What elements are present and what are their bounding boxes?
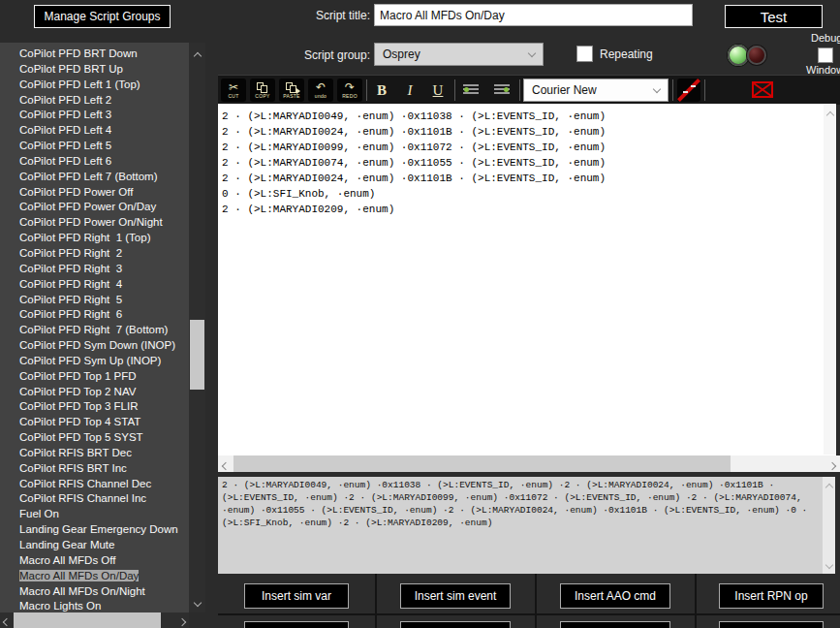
manage-script-groups-button[interactable]: Manage Script Groups <box>34 5 171 28</box>
script-list-item[interactable]: Landing Gear Mute <box>0 538 189 553</box>
divider <box>375 574 377 628</box>
editor-line: 2 · (>L:MARYADI0099, ·enum) ·0x11072 · (… <box>222 140 836 155</box>
insert-sim-event-button[interactable]: Insert sim event <box>400 583 511 609</box>
script-list-item[interactable]: CoPilot PFD Right 1 (Top) <box>0 231 189 246</box>
increase-indent-button[interactable] <box>490 78 513 102</box>
insert-sim-var-button[interactable]: Insert sim var <box>244 583 349 609</box>
script-list-item[interactable]: Macro All MFDs On/Night <box>0 584 189 600</box>
divider <box>535 574 537 628</box>
cut-icon: ✂ <box>229 82 238 93</box>
redo-button[interactable]: ↷ REDO <box>337 78 362 102</box>
clear-formatting-button[interactable] <box>677 78 700 102</box>
divider <box>218 613 840 615</box>
partial-button[interactable] <box>400 621 511 628</box>
toolbar-separator <box>672 79 673 101</box>
italic-button[interactable]: I <box>398 78 421 102</box>
script-list-item[interactable]: Macro Lights On <box>0 599 189 612</box>
script-editor[interactable]: 2 · (>L:MARYADI0049, ·enum) ·0x11038 · (… <box>218 104 836 455</box>
script-list-item[interactable]: CoPilot PFD BRT Up <box>0 62 189 78</box>
script-group-value: Osprey <box>383 47 529 61</box>
script-list-item[interactable]: CoPilot PFD Left 2 <box>0 93 189 109</box>
partial-button[interactable] <box>719 621 824 628</box>
underline-button[interactable]: U <box>426 78 450 102</box>
editor-line: 2 · (>L:MARYADI0074, ·enum) ·0x11055 · (… <box>222 155 836 171</box>
script-preview-text: 2 · (>L:MARYADI0049, ·enum) ·0x11038 · (… <box>218 477 822 531</box>
cut-button[interactable]: ✂ CUT <box>221 78 246 102</box>
decrease-indent-icon <box>463 84 479 96</box>
script-list-item[interactable]: CoPilot PFD Top 3 FLIR <box>0 399 189 415</box>
insert-rpn-op-button[interactable]: Insert RPN op <box>719 583 824 609</box>
test-button[interactable]: Test <box>725 5 823 28</box>
paste-icon <box>286 82 297 93</box>
script-list-item[interactable]: CoPilot PFD Sym Down (INOP) <box>0 338 189 354</box>
script-list[interactable]: CoPilot PFD BRT DownCoPilot PFD BRT UpCo… <box>0 43 189 612</box>
insert-aao-cmd-button[interactable]: Insert AAO cmd <box>560 583 670 609</box>
script-list-item[interactable]: CoPilot PFD Left 1 (Top) <box>0 78 189 93</box>
partial-button[interactable] <box>244 621 349 628</box>
undo-icon: ↶ <box>316 82 326 93</box>
scrollbar-thumb[interactable] <box>14 612 161 628</box>
redo-icon: ↷ <box>345 82 355 93</box>
script-title-label: Script title: <box>291 9 370 22</box>
bold-button[interactable]: B <box>370 78 393 102</box>
repeating-checkbox[interactable] <box>576 46 593 62</box>
script-list-item[interactable]: CoPilot PFD Top 4 STAT <box>0 415 189 430</box>
script-list-item[interactable]: CoPilot PFD Power Off <box>0 185 189 201</box>
delete-script-button[interactable] <box>752 81 773 98</box>
editor-line: 2 · (>L:MARYADI0024, ·enum) ·0x1101B · (… <box>222 124 836 140</box>
script-list-item[interactable]: CoPilot RFIS Channel Inc <box>0 491 189 507</box>
script-list-item[interactable]: CoPilot PFD Left 7 (Bottom) <box>0 170 189 185</box>
toolbar-separator <box>366 79 367 101</box>
status-led-red <box>747 46 766 65</box>
script-list-item[interactable]: CoPilot PFD Right 7 (Bottom) <box>0 323 189 338</box>
font-select[interactable]: Courier New <box>523 78 669 102</box>
editor-line: 2 · (>L:MARYADI0209, ·enum) <box>222 202 836 217</box>
editor-line: 0 · (>L:SFI_Knob, ·enum) <box>222 186 836 202</box>
scrollbar-thumb[interactable] <box>233 455 731 472</box>
script-list-item[interactable]: CoPilot PFD Right 4 <box>0 277 189 293</box>
font-name-value: Courier New <box>532 83 654 97</box>
undo-button[interactable]: ↶ undo <box>308 78 333 102</box>
script-list-vertical-scrollbar[interactable] <box>189 43 205 612</box>
toolbar-separator <box>519 79 520 101</box>
script-list-item[interactable]: CoPilot RFIS BRT Inc <box>0 461 189 477</box>
scrollbar-thumb[interactable] <box>190 320 204 390</box>
paste-button[interactable]: PASTE <box>279 78 304 102</box>
script-list-item[interactable]: CoPilot PFD Right 6 <box>0 307 189 323</box>
script-list-item[interactable]: CoPilot PFD Left 6 <box>0 154 189 170</box>
script-title-input[interactable] <box>374 4 693 26</box>
toolbar-separator <box>454 79 455 101</box>
preview-vertical-scrollbar[interactable] <box>823 477 835 574</box>
script-list-item[interactable]: CoPilot RFIS Channel Dec <box>0 477 189 492</box>
script-list-item[interactable]: CoPilot PFD Right 2 <box>0 246 189 262</box>
script-list-item[interactable]: Macro All MFDs Off <box>0 553 189 569</box>
script-group-select[interactable]: Osprey <box>374 43 544 66</box>
editor-vertical-scrollbar[interactable] <box>824 105 836 455</box>
partial-button[interactable] <box>560 621 670 628</box>
script-list-item[interactable]: Landing Gear Emergency Down <box>0 522 189 538</box>
script-list-item[interactable]: Macro All MFDs On/Day <box>0 569 189 584</box>
script-list-item[interactable]: CoPilot PFD Top 5 SYST <box>0 430 189 446</box>
script-list-horizontal-scrollbar[interactable] <box>0 612 189 628</box>
script-list-item[interactable]: CoPilot RFIS BRT Dec <box>0 446 189 461</box>
script-list-item[interactable]: CoPilot PFD Power On/Night <box>0 215 189 231</box>
script-list-item[interactable]: CoPilot PFD Sym Up (INOP) <box>0 354 189 369</box>
script-preview-panel: 2 · (>L:MARYADI0049, ·enum) ·0x11038 · (… <box>218 477 835 574</box>
script-list-item[interactable]: CoPilot PFD Top 2 NAV <box>0 385 189 400</box>
script-list-item[interactable]: CoPilot PFD BRT Down <box>0 47 189 62</box>
script-list-item[interactable]: CoPilot PFD Right 5 <box>0 293 189 308</box>
toolbar-separator <box>704 79 705 101</box>
script-list-item[interactable]: CoPilot PFD Left 5 <box>0 139 189 154</box>
script-list-item[interactable]: Fuel On <box>0 507 189 522</box>
debug-label: Debug <box>811 32 840 44</box>
decrease-indent-button[interactable] <box>459 78 482 102</box>
copy-button[interactable]: COPY <box>250 78 275 102</box>
repeating-label: Repeating <box>600 47 653 61</box>
editor-horizontal-scrollbar[interactable] <box>218 455 840 472</box>
script-list-item[interactable]: CoPilot PFD Power On/Day <box>0 200 189 215</box>
script-list-item[interactable]: CoPilot PFD Left 3 <box>0 108 189 123</box>
script-list-item[interactable]: CoPilot PFD Right 3 <box>0 262 189 277</box>
debug-checkbox[interactable] <box>818 47 833 63</box>
script-list-item[interactable]: CoPilot PFD Left 4 <box>0 123 189 139</box>
script-list-item[interactable]: CoPilot PFD Top 1 PFD <box>0 369 189 385</box>
